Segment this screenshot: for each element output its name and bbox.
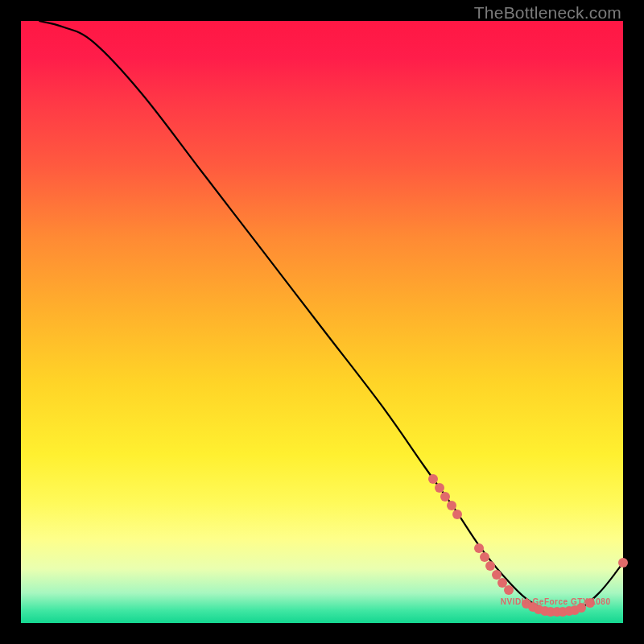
plot-area: NVIDIA GeForce GTX 1080	[21, 21, 623, 623]
data-point	[474, 543, 484, 553]
bottleneck-curve	[21, 21, 623, 623]
data-point	[504, 585, 514, 595]
chart-annotation: NVIDIA GeForce GTX 1080	[501, 597, 611, 606]
data-point	[480, 552, 489, 562]
data-point	[447, 501, 456, 510]
watermark-text: TheBottleneck.com	[474, 3, 621, 23]
data-point	[452, 510, 462, 519]
chart-stage: TheBottleneck.com NVIDIA GeForce GTX 108…	[0, 0, 644, 644]
data-point	[440, 492, 450, 502]
data-point	[428, 474, 438, 484]
data-point	[485, 561, 495, 571]
data-point	[435, 483, 444, 493]
data-point	[618, 558, 628, 568]
